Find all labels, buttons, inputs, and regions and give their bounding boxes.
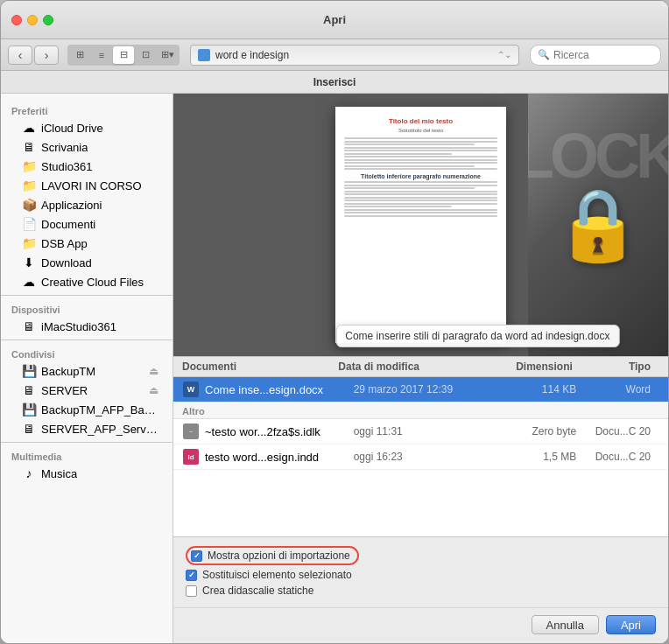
view-switcher: ⊞ ≡ ⊟ ⊡ ⊞▾ bbox=[67, 45, 180, 66]
doc-subtitle: Sottotitolo del testo bbox=[344, 128, 497, 133]
sidebar-item-applicazioni[interactable]: 📦 Applicazioni bbox=[4, 195, 169, 214]
sidebar-section-preferiti: Preferiti bbox=[1, 101, 173, 118]
sidebar-item-backuptm-afp[interactable]: 💾 BackupTM_AFP_Bac... bbox=[4, 400, 169, 419]
sidebar-item-documenti[interactable]: 📄 Documenti bbox=[4, 214, 169, 234]
table-row[interactable]: W Come inse...esign.docx 29 marzo 2017 1… bbox=[173, 377, 668, 402]
minimize-button[interactable] bbox=[27, 15, 38, 25]
file-list: Documenti Data di modifica Dimensioni Ti… bbox=[173, 356, 668, 536]
sostituisci-row: Sostituisci elemento selezionato bbox=[186, 569, 656, 581]
view-icon-button[interactable]: ⊞ bbox=[69, 46, 90, 64]
folder-icon bbox=[198, 49, 210, 61]
applicazioni-icon: 📦 bbox=[22, 198, 36, 212]
close-button[interactable] bbox=[11, 15, 22, 25]
col-name-header[interactable]: Documenti bbox=[182, 360, 338, 373]
file-type: Docu...C 20 bbox=[576, 425, 659, 438]
indd-file-icon: Id bbox=[182, 448, 200, 466]
sidebar-item-server-afp[interactable]: 🖥 SERVER_AFP_Server... bbox=[4, 419, 169, 438]
download-icon: ⬇ bbox=[22, 256, 36, 270]
sidebar-section-condivisi: Condivisi bbox=[1, 344, 173, 361]
doc-line bbox=[344, 212, 497, 214]
sidebar-item-dsb[interactable]: 📁 DSB App bbox=[4, 234, 169, 253]
search-bar[interactable]: 🔍 bbox=[530, 45, 661, 66]
eject-icon[interactable]: ⏏ bbox=[149, 365, 158, 377]
sostituisci-checkbox[interactable] bbox=[186, 570, 197, 581]
sidebar-item-label: Musica bbox=[41, 467, 77, 480]
table-row[interactable]: ~ ~testo wor...2fza$s.idlk oggi 11:31 Ze… bbox=[173, 419, 668, 444]
sidebar-item-creative[interactable]: ☁ Creative Cloud Files bbox=[4, 272, 169, 291]
doc-line bbox=[344, 185, 497, 186]
doc-section: Titoletto inferiore paragrafo numerazion… bbox=[344, 173, 497, 179]
col-date-header[interactable]: Data di modifica bbox=[338, 360, 494, 373]
sidebar-item-download[interactable]: ⬇ Download bbox=[4, 253, 169, 272]
server-icon: 🖥 bbox=[22, 383, 36, 397]
doc-line bbox=[344, 197, 497, 199]
import-options: Mostra opzioni di importazione Sostituis… bbox=[173, 536, 668, 607]
doc-line bbox=[344, 162, 497, 164]
sidebar-item-studio361[interactable]: 📁 Studio361 bbox=[4, 157, 169, 176]
col-type-header[interactable]: Tipo bbox=[573, 360, 659, 373]
imac-icon: 🖥 bbox=[22, 319, 36, 333]
sidebar-item-label: DSB App bbox=[41, 237, 88, 250]
sidebar-item-backuptm[interactable]: 💾 BackupTM ⏏ bbox=[4, 361, 169, 381]
doc-line bbox=[344, 147, 497, 149]
mostra-checkbox[interactable] bbox=[191, 550, 202, 562]
file-date: oggi 11:31 bbox=[354, 425, 503, 438]
sidebar-item-musica[interactable]: ♪ Musica bbox=[4, 464, 169, 483]
doc-title: Titolo del mio testo bbox=[344, 117, 497, 125]
file-name: testo word...esign.indd bbox=[205, 451, 354, 464]
table-row[interactable]: Id testo word...esign.indd oggi 16:23 1,… bbox=[173, 444, 668, 470]
doc-line bbox=[344, 193, 497, 195]
music-icon: ♪ bbox=[22, 466, 36, 480]
back-button[interactable]: ‹ bbox=[8, 46, 32, 65]
sidebar-item-label: iMacStudio361 bbox=[41, 320, 116, 333]
forward-button[interactable]: › bbox=[34, 46, 59, 65]
server-afp-icon: 🖥 bbox=[22, 422, 36, 436]
view-arrange-button[interactable]: ⊞▾ bbox=[157, 46, 178, 64]
maximize-button[interactable] bbox=[43, 15, 53, 25]
doc-line bbox=[344, 203, 497, 205]
sidebar-item-label: SERVER bbox=[41, 384, 88, 397]
open-button[interactable]: Apri bbox=[606, 615, 656, 634]
lock-overlay: LOCK 🔒 bbox=[528, 94, 668, 356]
doc-line bbox=[344, 150, 497, 151]
file-type: Word bbox=[576, 383, 659, 396]
file-size: 1,5 MB bbox=[502, 451, 576, 463]
sidebar: Preferiti ☁ iCloud Drive 🖥 Scrivania 📁 S… bbox=[1, 94, 173, 643]
sidebar-item-imac[interactable]: 🖥 iMacStudio361 bbox=[4, 317, 169, 336]
sidebar-item-server[interactable]: 🖥 SERVER ⏏ bbox=[4, 381, 169, 400]
mostra-label: Mostra opzioni di importazione bbox=[208, 550, 350, 562]
tooltip: Come inserire stili di paragrafo da word… bbox=[335, 325, 619, 347]
location-bar[interactable]: word e indesign ⌃⌄ bbox=[190, 45, 519, 66]
eject-icon[interactable]: ⏏ bbox=[149, 384, 158, 396]
crea-label: Crea didascalie statiche bbox=[202, 584, 313, 597]
inserisci-bar: Inserisci bbox=[1, 71, 668, 94]
crea-row: Crea didascalie statiche bbox=[186, 584, 656, 597]
cancel-button[interactable]: Annulla bbox=[532, 615, 599, 634]
doc-line bbox=[344, 206, 452, 207]
sidebar-item-icloud[interactable]: ☁ iCloud Drive bbox=[4, 118, 169, 137]
search-input[interactable] bbox=[553, 49, 653, 61]
sidebar-item-lavori[interactable]: 📁 LAVORI IN CORSO bbox=[4, 176, 169, 195]
doc-line bbox=[344, 159, 497, 161]
folder-icon: 📁 bbox=[22, 178, 36, 192]
sidebar-item-label: BackupTM_AFP_Bac... bbox=[41, 403, 158, 416]
nav-buttons: ‹ › bbox=[8, 46, 59, 65]
sidebar-item-label: iCloud Drive bbox=[41, 122, 103, 135]
col-size-header[interactable]: Dimensioni bbox=[495, 360, 573, 373]
view-column-button[interactable]: ⊟ bbox=[113, 46, 134, 64]
doc-line bbox=[344, 137, 497, 139]
file-list-header: Documenti Data di modifica Dimensioni Ti… bbox=[173, 356, 668, 377]
sidebar-item-label: Applicazioni bbox=[41, 199, 102, 212]
documenti-icon: 📄 bbox=[22, 217, 36, 231]
file-name: Come inse...esign.docx bbox=[205, 383, 354, 396]
folder-icon: 📁 bbox=[22, 159, 36, 173]
sidebar-item-scrivania[interactable]: 🖥 Scrivania bbox=[4, 137, 169, 157]
document-preview: Titolo del mio testo Sottotitolo del tes… bbox=[335, 107, 506, 343]
view-list-button[interactable]: ≡ bbox=[91, 46, 112, 64]
preview-area: Titolo del mio testo Sottotitolo del tes… bbox=[173, 94, 668, 356]
mostra-opzioni-row: Mostra opzioni di importazione bbox=[186, 546, 656, 565]
crea-checkbox[interactable] bbox=[186, 585, 197, 597]
sidebar-item-label: Studio361 bbox=[41, 160, 93, 173]
view-coverflow-button[interactable]: ⊡ bbox=[135, 46, 156, 64]
sidebar-item-label: Download bbox=[41, 256, 92, 270]
